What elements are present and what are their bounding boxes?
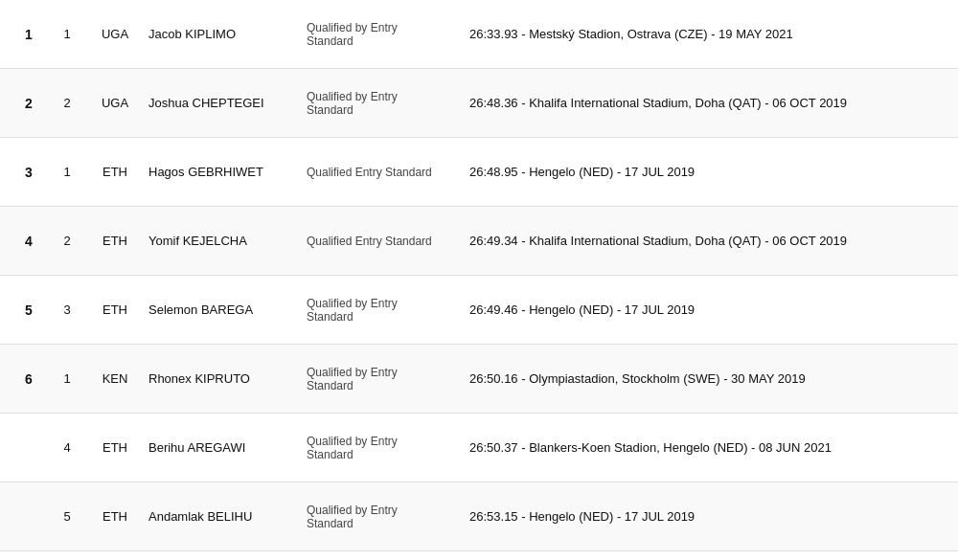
athlete-name: Selemon BAREGA [144,302,297,317]
nat-rank-col: 1 [48,165,86,179]
nat-rank-col: 5 [48,509,86,524]
rank-col: 5 [10,302,48,318]
results-table: 1 1 UGA Jacob KIPLIMO Qualified by Entry… [0,0,958,551]
table-row: 3 1 ETH Hagos GEBRHIWET Qualified Entry … [0,138,958,207]
rank-col: 4 [10,234,48,249]
rank-col: 2 [10,96,48,111]
athlete-name: Andamlak BELIHU [144,509,297,524]
nat-rank-col: 3 [48,302,86,317]
qualification-col: Qualified by Entry Standard [297,366,450,392]
athlete-name: Joshua CHEPTEGEI [144,96,297,110]
athlete-name: Yomif KEJELCHA [144,234,297,248]
country-col: ETH [86,234,144,248]
nat-rank-col: 2 [48,96,86,110]
performance-col: 26:33.93 - Mestský Stadion, Ostrava (CZE… [450,27,948,41]
nat-rank-col: 1 [48,371,86,386]
country-col: KEN [86,371,144,386]
country-col: UGA [86,96,144,110]
athlete-name: Jacob KIPLIMO [144,27,297,41]
table-row: 2 2 UGA Joshua CHEPTEGEI Qualified by En… [0,69,958,138]
rank-col: 1 [10,27,48,42]
country-col: ETH [86,302,144,317]
table-row: 5 3 ETH Selemon BAREGA Qualified by Entr… [0,276,958,345]
qualification-col: Qualified by Entry Standard [297,21,450,48]
table-row: 6 1 KEN Rhonex KIPRUTO Qualified by Entr… [0,345,958,414]
country-col: UGA [86,27,144,41]
qualification-col: Qualified by Entry Standard [297,297,450,324]
table-row: 4 2 ETH Yomif KEJELCHA Qualified Entry S… [0,207,958,276]
nat-rank-col: 1 [48,27,86,41]
performance-col: 26:49.34 - Khalifa International Stadium… [450,234,948,248]
performance-col: 26:50.37 - Blankers-Koen Stadion, Hengel… [450,440,948,455]
table-row: 4 ETH Berihu AREGAWI Qualified by Entry … [0,414,958,482]
qualification-col: Qualified by Entry Standard [297,504,450,530]
nat-rank-col: 2 [48,234,86,248]
table-row: 5 ETH Andamlak BELIHU Qualified by Entry… [0,482,958,551]
athlete-name: Rhonex KIPRUTO [144,371,297,386]
qualification-col: Qualified by Entry Standard [297,435,450,461]
performance-col: 26:48.95 - Hengelo (NED) - 17 JUL 2019 [450,165,948,179]
table-row: 1 1 UGA Jacob KIPLIMO Qualified by Entry… [0,0,958,69]
nat-rank-col: 4 [48,440,86,455]
performance-col: 26:53.15 - Hengelo (NED) - 17 JUL 2019 [450,509,948,524]
qualification-col: Qualified by Entry Standard [297,90,450,117]
performance-col: 26:49.46 - Hengelo (NED) - 17 JUL 2019 [450,302,948,317]
performance-col: 26:50.16 - Olympiastadion, Stockholm (SW… [450,371,948,386]
athlete-name: Hagos GEBRHIWET [144,165,297,179]
qualification-col: Qualified Entry Standard [297,235,450,248]
rank-col: 6 [10,371,48,387]
performance-col: 26:48.36 - Khalifa International Stadium… [450,96,948,110]
athlete-name: Berihu AREGAWI [144,440,297,455]
country-col: ETH [86,440,144,455]
country-col: ETH [86,165,144,179]
country-col: ETH [86,509,144,524]
rank-col: 3 [10,165,48,180]
qualification-col: Qualified Entry Standard [297,166,450,179]
